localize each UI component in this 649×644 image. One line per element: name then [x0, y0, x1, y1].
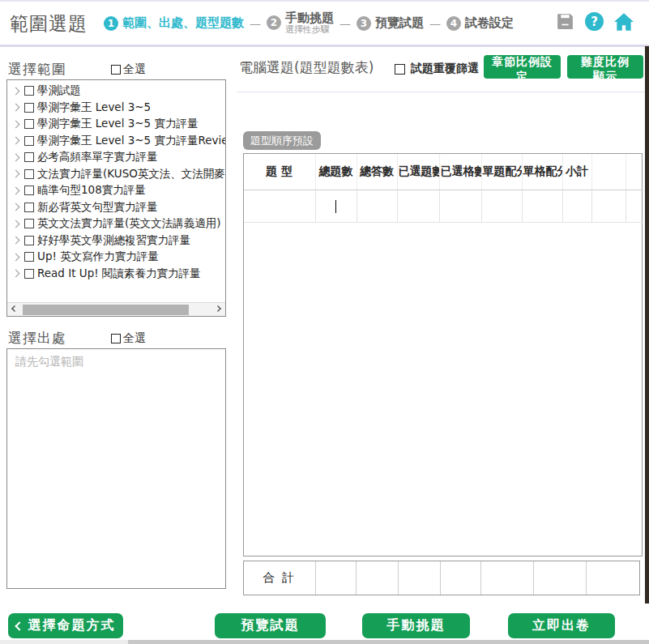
scroll-left-icon[interactable] [11, 305, 18, 312]
cell-total-answers[interactable] [357, 190, 397, 222]
step-2-label: 手動挑題 [285, 11, 334, 25]
total-row: 合 計 [244, 561, 641, 595]
expand-icon[interactable] [12, 137, 20, 145]
col-header-selected-questions: 已選題數 [397, 154, 439, 190]
expand-icon[interactable] [12, 120, 20, 128]
cell-subtotal[interactable] [562, 190, 591, 222]
tree-item[interactable]: 文法實力評量(KUSO英文法、文法開麥拉 [7, 166, 225, 183]
tree-horizontal-scrollbar[interactable] [7, 302, 225, 316]
scrollbar-thumb[interactable] [23, 305, 189, 315]
horizontal-scrollbar[interactable] [0, 640, 649, 644]
col-header-subtotal: 小計 [562, 154, 591, 190]
save-icon[interactable] [555, 11, 575, 32]
duplicate-filter-toggle[interactable]: 試題重覆篩選 [395, 62, 479, 76]
total-label: 合 計 [244, 561, 315, 595]
expand-icon[interactable] [12, 170, 20, 178]
tree-item-checkbox[interactable] [24, 152, 34, 162]
duplicate-filter-checkbox[interactable] [395, 64, 405, 75]
tree-item-checkbox[interactable] [24, 86, 34, 96]
col-header-selected-blanks: 已選格數 [439, 154, 481, 190]
col-header-total-answers: 總答數 [357, 154, 397, 190]
chapter-ratio-button[interactable]: 章節比例設定 [484, 55, 561, 79]
expand-icon[interactable] [12, 186, 20, 194]
step-1-range[interactable]: 1 範圍、出處、題型題數 [104, 15, 244, 31]
expand-icon[interactable] [12, 153, 20, 161]
step-2-manual-pick[interactable]: 2 手動挑題 選擇性步驟 [267, 11, 334, 36]
cell-selected-blanks[interactable] [439, 190, 481, 222]
vertical-scrollbar[interactable] [645, 46, 649, 603]
total-cell [315, 561, 356, 595]
range-tree-items: 學測試題 學測字彙王 Level 3~5 學測字彙王 Level 3~5 實力評… [7, 83, 225, 302]
step-4-settings[interactable]: 4 試卷設定 [446, 15, 514, 31]
col-header-points-per-blank: 單格配分 [522, 154, 562, 190]
help-icon[interactable]: ? [585, 12, 604, 31]
preview-questions-button[interactable]: 預覽試題 [215, 613, 326, 638]
step-4-label: 試卷設定 [465, 15, 514, 31]
cell-points-per-blank[interactable] [522, 190, 562, 222]
home-icon[interactable] [613, 12, 634, 32]
step-3-preview[interactable]: 3 預覽試題 [357, 15, 424, 31]
range-select-all-checkbox[interactable] [111, 65, 121, 75]
question-type-table: 題 型 總題數 總答數 已選題數 已選格數 單題配分 單格配分 小計 [243, 153, 643, 557]
tree-item-checkbox[interactable] [24, 169, 34, 179]
cell-empty[interactable] [591, 190, 626, 222]
tree-item-checkbox[interactable] [24, 103, 34, 113]
tree-item[interactable]: 學測試題 [7, 83, 225, 100]
tree-item-checkbox[interactable] [24, 186, 34, 195]
question-order-tag[interactable]: 題型順序預設 [243, 131, 321, 150]
manual-pick-button[interactable]: 手動挑題 [362, 613, 470, 638]
tree-item[interactable]: Up! 英文寫作力實力評量 [7, 249, 225, 266]
range-select-all[interactable]: 全選 [111, 62, 146, 77]
tree-item-checkbox[interactable] [24, 236, 34, 245]
tree-item-checkbox[interactable] [24, 252, 34, 262]
source-select-all-checkbox[interactable] [111, 334, 121, 343]
tree-item[interactable]: 學測字彙王 Level 3~5 實力評量 [7, 116, 225, 133]
expand-icon[interactable] [12, 237, 20, 245]
step-3-label: 預覽試題 [375, 15, 424, 31]
col-header-question-type: 題 型 [244, 154, 315, 190]
scroll-right-icon[interactable] [215, 305, 221, 312]
source-panel-header: 選擇出處 全選 [8, 329, 227, 348]
total-cell [440, 561, 480, 595]
tree-item-checkbox[interactable] [24, 269, 34, 279]
cell-total-questions-input[interactable] [315, 190, 357, 222]
source-select-all[interactable]: 全選 [111, 331, 146, 346]
source-list-box[interactable]: 請先勾選範圍 [6, 348, 226, 589]
header: 範圍選題 1 範圍、出處、題型題數 — 2 手動挑題 選擇性步驟 — 3 預覽試… [0, 2, 649, 45]
col-header-points-per-question: 單題配分 [481, 154, 522, 190]
tree-item[interactable]: 學測字彙王 Level 3~5 [7, 100, 225, 117]
expand-icon[interactable] [12, 253, 20, 261]
tree-item-checkbox[interactable] [24, 119, 34, 129]
export-exam-button[interactable]: 立即出卷 [508, 613, 615, 638]
tree-item-checkbox[interactable] [24, 136, 34, 146]
expand-icon[interactable] [12, 220, 20, 228]
choose-method-back-button[interactable]: 選擇命題方式 [8, 613, 123, 638]
expand-icon[interactable] [12, 270, 20, 278]
expand-icon[interactable] [12, 87, 20, 95]
expand-icon[interactable] [12, 203, 20, 211]
tree-item-checkbox[interactable] [24, 219, 34, 228]
difficulty-ratio-button[interactable]: 難度比例顯示 [567, 55, 643, 79]
tree-item[interactable]: Read It Up! 閱讀素養力實力評量 [7, 266, 225, 283]
text-cursor [335, 200, 336, 213]
cell-points-per-question[interactable] [481, 190, 522, 222]
scrollbar-thumb[interactable] [128, 640, 649, 644]
tree-item[interactable]: 瞄準句型108實力評量 [7, 182, 225, 199]
range-select-all-label: 全選 [123, 62, 146, 77]
col-header-total-questions: 總題數 [315, 154, 357, 190]
tree-item[interactable]: 新必背英文句型實力評量 [7, 199, 225, 216]
step-divider: — [339, 17, 351, 30]
back-chevron-icon [15, 621, 23, 630]
tree-item-checkbox[interactable] [24, 203, 34, 212]
cell-question-type[interactable] [244, 190, 315, 222]
cell-empty[interactable] [626, 190, 643, 222]
total-cell [398, 561, 440, 595]
exam-builder-page: 範圍選題 1 範圍、出處、題型題數 — 2 手動挑題 選擇性步驟 — 3 預覽試… [0, 0, 649, 644]
tree-item[interactable]: 英文文法實力評量(英文文法講義適用) [7, 215, 225, 232]
step-2-subtitle: 選擇性步驟 [285, 25, 334, 36]
cell-selected-questions[interactable] [397, 190, 439, 222]
expand-icon[interactable] [12, 104, 20, 112]
tree-item[interactable]: 學測字彙王 Level 3~5 實力評量Review [7, 133, 225, 150]
tree-item[interactable]: 必考高頻率單字實力評量 [7, 149, 225, 166]
tree-item[interactable]: 好好學英文學測總複習實力評量 [7, 232, 225, 249]
